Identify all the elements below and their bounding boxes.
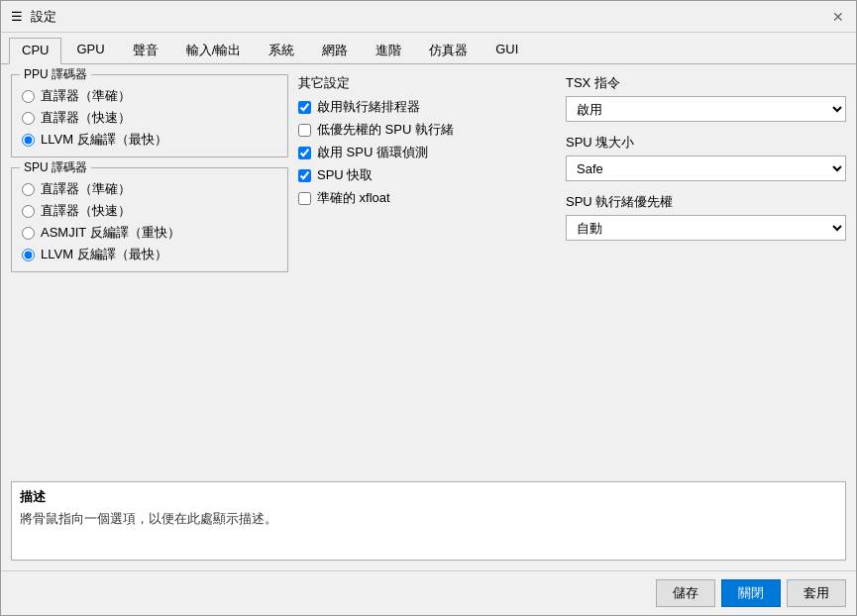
- ppu-option-0[interactable]: 直譯器（準確）: [22, 87, 277, 105]
- ppu-option-2[interactable]: LLVM 反編譯（最快）: [22, 131, 277, 149]
- ppu-group-title: PPU 譯碼器: [20, 66, 91, 83]
- spu-option-2[interactable]: ASMJIT 反編譯（重快）: [22, 224, 277, 242]
- other-label-4: 準確的 xfloat: [317, 189, 390, 207]
- other-label-1: 低優先權的 SPU 執行緒: [317, 121, 454, 139]
- tsx-select[interactable]: 啟用 停用 強制啟用: [566, 96, 846, 122]
- spu-label-2: ASMJIT 反編譯（重快）: [41, 224, 180, 242]
- other-option-2[interactable]: 啟用 SPU 循環偵測: [298, 144, 556, 161]
- other-label-0: 啟用執行緒排程器: [317, 98, 420, 116]
- spu-group: SPU 譯碼器 直譯器（準確） 直譯器（快速） ASMJIT 反編譯（重快: [11, 167, 288, 272]
- other-check-3[interactable]: [298, 169, 311, 182]
- spu-priority-label: SPU 執行緒優先權: [566, 193, 846, 211]
- ppu-radio-2[interactable]: [22, 134, 35, 147]
- tab-network[interactable]: 網路: [309, 37, 361, 63]
- ppu-radio-0[interactable]: [22, 90, 35, 103]
- spu-priority-group: SPU 執行緒優先權 自動 高 低: [566, 193, 846, 241]
- spu-radio-0[interactable]: [22, 183, 35, 196]
- spu-label-3: LLVM 反編譯（最快）: [41, 246, 167, 263]
- tab-gui[interactable]: GUI: [482, 37, 531, 63]
- other-check-2[interactable]: [298, 147, 311, 159]
- main-panels: PPU 譯碼器 直譯器（準確） 直譯器（快速） LLVM 反編譯（最快）: [11, 74, 846, 473]
- spu-label-1: 直譯器（快速）: [41, 202, 131, 220]
- description-area: 描述 將骨鼠指向一個選項，以便在此處顯示描述。: [11, 481, 846, 561]
- apply-button[interactable]: 套用: [787, 579, 846, 607]
- content-area: PPU 譯碼器 直譯器（準確） 直譯器（快速） LLVM 反編譯（最快）: [1, 64, 856, 570]
- spu-option-1[interactable]: 直譯器（快速）: [22, 202, 277, 220]
- window-title: 設定: [31, 8, 56, 26]
- title-bar: ☰ 設定 ✕: [1, 1, 856, 33]
- close-window-button[interactable]: ✕: [828, 7, 848, 27]
- ppu-label-1: 直譯器（快速）: [41, 109, 131, 127]
- other-check-1[interactable]: [298, 124, 311, 137]
- ppu-option-1[interactable]: 直譯器（快速）: [22, 109, 277, 127]
- panel-right: TSX 指令 啟用 停用 強制啟用 SPU 塊大小 Safe Mega Giga: [566, 74, 846, 473]
- spu-radio-3[interactable]: [22, 249, 35, 261]
- tsx-group: TSX 指令 啟用 停用 強制啟用: [566, 74, 846, 122]
- ppu-radio-1[interactable]: [22, 112, 35, 125]
- other-option-3[interactable]: SPU 快取: [298, 166, 556, 184]
- spu-option-3[interactable]: LLVM 反編譯（最快）: [22, 246, 277, 263]
- tab-emulator[interactable]: 仿真器: [416, 37, 481, 63]
- spu-options: 直譯器（準確） 直譯器（快速） ASMJIT 反編譯（重快） LLVM: [22, 180, 277, 263]
- tab-sound[interactable]: 聲音: [120, 37, 171, 63]
- other-check-4[interactable]: [298, 192, 311, 205]
- spu-radio-1[interactable]: [22, 205, 35, 218]
- panel-left: PPU 譯碼器 直譯器（準確） 直譯器（快速） LLVM 反編譯（最快）: [11, 74, 288, 473]
- spu-block-group: SPU 塊大小 Safe Mega Giga: [566, 134, 846, 181]
- spu-label-0: 直譯器（準確）: [41, 180, 131, 198]
- other-label-3: SPU 快取: [317, 166, 373, 184]
- tsx-label: TSX 指令: [566, 74, 846, 92]
- title-bar-left: ☰ 設定: [9, 8, 56, 26]
- button-bar: 儲存 關閉 套用: [1, 570, 856, 615]
- spu-option-0[interactable]: 直譯器（準確）: [22, 180, 277, 198]
- settings-window: ☰ 設定 ✕ CPU GPU 聲音 輸入/輸出 系統 網路 進階 仿真器 GUI…: [0, 0, 857, 616]
- other-option-4[interactable]: 準確的 xfloat: [298, 189, 556, 207]
- ppu-label-0: 直譯器（準確）: [41, 87, 131, 105]
- tab-io[interactable]: 輸入/輸出: [173, 37, 255, 63]
- other-settings-title: 其它設定: [298, 74, 556, 92]
- spu-group-title: SPU 譯碼器: [20, 159, 91, 176]
- spu-priority-select[interactable]: 自動 高 低: [566, 215, 846, 241]
- spu-block-label: SPU 塊大小: [566, 134, 846, 152]
- save-button[interactable]: 儲存: [656, 579, 715, 607]
- ppu-group: PPU 譯碼器 直譯器（準確） 直譯器（快速） LLVM 反編譯（最快）: [11, 74, 288, 157]
- other-option-1[interactable]: 低優先權的 SPU 執行緒: [298, 121, 556, 139]
- spu-radio-2[interactable]: [22, 227, 35, 240]
- tab-gpu[interactable]: GPU: [63, 37, 117, 63]
- panel-middle: 其它設定 啟用執行緒排程器 低優先權的 SPU 執行緒 啟用 SPU 循環偵測: [298, 74, 556, 473]
- ppu-label-2: LLVM 反編譯（最快）: [41, 131, 167, 149]
- description-title: 描述: [20, 488, 837, 506]
- ppu-options: 直譯器（準確） 直譯器（快速） LLVM 反編譯（最快）: [22, 87, 277, 149]
- spu-block-select[interactable]: Safe Mega Giga: [566, 155, 846, 181]
- other-settings-options: 啟用執行緒排程器 低優先權的 SPU 執行緒 啟用 SPU 循環偵測 SPU 快…: [298, 98, 556, 207]
- description-text: 將骨鼠指向一個選項，以便在此處顯示描述。: [20, 510, 837, 528]
- tab-cpu[interactable]: CPU: [9, 38, 61, 64]
- tab-bar: CPU GPU 聲音 輸入/輸出 系統 網路 進階 仿真器 GUI: [1, 33, 856, 64]
- other-option-0[interactable]: 啟用執行緒排程器: [298, 98, 556, 116]
- tab-advanced[interactable]: 進階: [363, 37, 414, 63]
- app-icon: ☰: [9, 9, 25, 25]
- tab-system[interactable]: 系統: [256, 37, 307, 63]
- close-button[interactable]: 關閉: [721, 579, 781, 607]
- other-label-2: 啟用 SPU 循環偵測: [317, 144, 428, 161]
- other-check-0[interactable]: [298, 101, 311, 114]
